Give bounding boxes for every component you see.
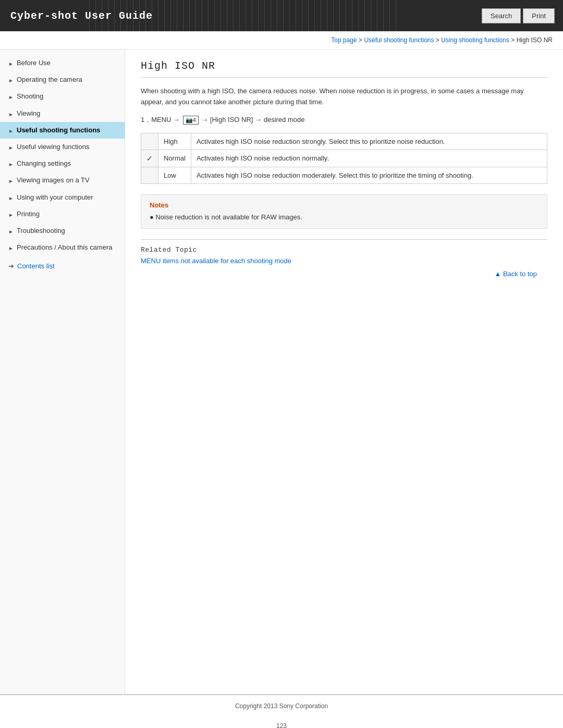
instruction-step2: → [High ISO NR] → desired mode xyxy=(202,116,305,124)
sidebar-item-label: Precautions / About this camera xyxy=(17,243,113,252)
arrow-icon: ► xyxy=(8,161,14,166)
arrow-icon: ► xyxy=(8,94,14,99)
sidebar-item-precautions[interactable]: ► Precautions / About this camera xyxy=(0,239,125,256)
table-cell-desc-normal: Activates high ISO noise reduction norma… xyxy=(191,150,547,167)
sidebar-item-label: Useful shooting functions xyxy=(17,126,100,135)
arrow-icon: ► xyxy=(8,212,14,217)
app-title: Cyber-shot User Guide xyxy=(0,10,153,22)
sidebar-item-useful-viewing[interactable]: ► Useful viewing functions xyxy=(0,139,125,155)
back-to-top-link[interactable]: ▲ Back to top xyxy=(494,270,537,278)
arrow-icon: ► xyxy=(8,60,14,66)
search-button[interactable]: Search xyxy=(482,8,521,23)
arrow-icon: ► xyxy=(8,128,14,133)
sidebar-item-label: Before Use xyxy=(17,58,51,68)
table-row-high: High Activates high ISO noise reduction … xyxy=(141,133,547,150)
page-title: High ISO NR xyxy=(141,60,547,78)
sidebar-item-label: Using with your computer xyxy=(17,193,93,202)
instruction-step: 1．MENU → xyxy=(141,116,180,124)
notes-item-0: Noise reduction is not available for RAW… xyxy=(150,212,538,223)
copyright-text: Copyright 2013 Sony Corporation xyxy=(235,702,328,710)
sidebar-item-label: Printing xyxy=(17,209,40,219)
sidebar-item-viewing[interactable]: ► Viewing xyxy=(0,105,125,122)
breadcrumb-sep3: > xyxy=(511,36,516,44)
arrow-icon: ► xyxy=(8,195,14,200)
breadcrumb-sep2: > xyxy=(436,36,441,44)
sidebar-item-printing[interactable]: ► Printing xyxy=(0,206,125,223)
related-topic-link[interactable]: MENU items not available for each shooti… xyxy=(141,257,291,265)
camera-mode-icon: 📷4 xyxy=(183,116,199,125)
notes-section: Notes Noise reduction is not available f… xyxy=(141,194,547,229)
content-area: High ISO NR When shooting with a high IS… xyxy=(125,50,563,694)
sidebar-item-label: Operating the camera xyxy=(17,75,82,84)
header-buttons: Search Print xyxy=(482,8,563,23)
table-cell-mode-high: High xyxy=(158,133,191,150)
footer: Copyright 2013 Sony Corporation xyxy=(0,695,563,717)
related-topic-section: Related Topic MENU items not available f… xyxy=(141,239,547,265)
page-header: Cyber-shot User Guide Search Print xyxy=(0,0,563,31)
breadcrumb-using-shooting-link[interactable]: Using shooting functions xyxy=(441,36,509,44)
sidebar-item-label: Viewing xyxy=(17,109,40,118)
sidebar-item-viewing-tv[interactable]: ► Viewing images on a TV xyxy=(0,172,125,189)
arrow-icon: ► xyxy=(8,228,14,233)
table-cell-desc-high: Activates high ISO noise reduction stron… xyxy=(191,133,547,150)
arrow-icon: ► xyxy=(8,178,14,183)
sidebar-item-label: Useful viewing functions xyxy=(17,142,89,152)
sidebar-item-label: Shooting xyxy=(17,92,43,101)
breadcrumb-current: High ISO NR xyxy=(517,36,553,44)
sidebar-item-using-computer[interactable]: ► Using with your computer xyxy=(0,189,125,206)
related-topic-title: Related Topic xyxy=(141,246,547,254)
contents-arrow-icon: ➔ xyxy=(8,262,14,270)
table-cell-mode-low: Low xyxy=(158,167,191,183)
table-row-normal: ✓ Normal Activates high ISO noise reduct… xyxy=(141,150,547,167)
breadcrumb-useful-shooting-link[interactable]: Useful shooting functions xyxy=(364,36,434,44)
table-cell-desc-low: Activates high ISO noise reduction moder… xyxy=(191,167,547,183)
table-cell-icon-low xyxy=(141,167,158,183)
instruction-block: 1．MENU → 📷4 → [High ISO NR] → desired mo… xyxy=(141,115,547,125)
sidebar-footer: ➔ Contents list xyxy=(0,256,125,276)
sidebar-item-troubleshooting[interactable]: ► Troubleshooting xyxy=(0,223,125,239)
sidebar-item-shooting[interactable]: ► Shooting xyxy=(0,88,125,105)
main-layout: ► Before Use ► Operating the camera ► Sh… xyxy=(0,50,563,694)
arrow-icon: ► xyxy=(8,245,14,250)
page-number: 123 xyxy=(0,717,563,728)
breadcrumb-sep1: > xyxy=(359,36,364,44)
arrow-icon: ► xyxy=(8,111,14,116)
print-button[interactable]: Print xyxy=(523,8,555,23)
table-row-low: Low Activates high ISO noise reduction m… xyxy=(141,167,547,183)
sidebar-item-before-use[interactable]: ► Before Use xyxy=(0,55,125,71)
table-cell-icon-normal: ✓ xyxy=(141,150,158,167)
content-description: When shooting with a high ISO, the camer… xyxy=(141,86,547,108)
back-to-top: ▲ Back to top xyxy=(141,265,547,283)
sidebar: ► Before Use ► Operating the camera ► Sh… xyxy=(0,50,125,694)
sidebar-item-label: Troubleshooting xyxy=(17,226,65,236)
sidebar-item-label: Viewing images on a TV xyxy=(17,176,90,185)
sidebar-item-operating[interactable]: ► Operating the camera xyxy=(0,71,125,88)
checkmark-icon: ✓ xyxy=(146,154,153,163)
breadcrumb: Top page > Useful shooting functions > U… xyxy=(0,31,563,50)
table-cell-icon-high xyxy=(141,133,158,150)
sidebar-item-useful-shooting[interactable]: ► Useful shooting functions xyxy=(0,122,125,139)
breadcrumb-top-link[interactable]: Top page xyxy=(331,36,357,44)
sidebar-item-changing-settings[interactable]: ► Changing settings xyxy=(0,155,125,172)
arrow-icon: ► xyxy=(8,144,14,150)
sidebar-item-label: Changing settings xyxy=(17,159,71,168)
table-cell-mode-normal: Normal xyxy=(158,150,191,167)
arrow-icon: ► xyxy=(8,77,14,82)
iso-modes-table: High Activates high ISO noise reduction … xyxy=(141,133,547,184)
notes-title: Notes xyxy=(150,201,538,209)
contents-list-link[interactable]: Contents list xyxy=(17,262,55,270)
